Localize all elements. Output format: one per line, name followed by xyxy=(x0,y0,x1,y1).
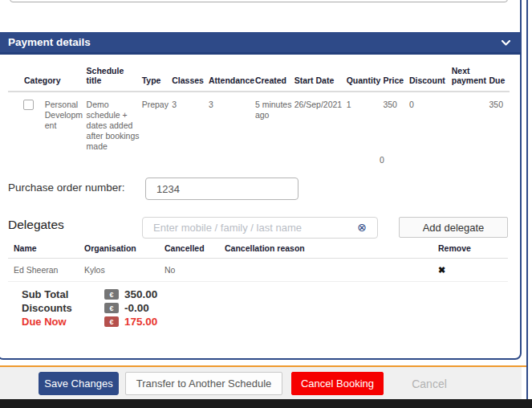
cell-delegate-cancellation-reason xyxy=(219,259,433,282)
cell-delegate-organisation: Kylos xyxy=(79,259,159,282)
transfer-schedule-button[interactable]: Transfer to Another Schedule xyxy=(125,372,282,395)
cell-type: Prepay xyxy=(142,92,173,152)
subtotal-label: Sub Total xyxy=(22,288,104,300)
cancel-booking-button[interactable]: Cancel Booking xyxy=(291,372,384,395)
booking-row-checkbox[interactable] xyxy=(23,100,34,110)
due-now-value: 175.00 xyxy=(124,316,157,328)
euro-badge-icon: € xyxy=(104,316,119,327)
purchase-order-label: Purchase order number: xyxy=(8,182,125,194)
col-price: Price xyxy=(383,66,409,92)
delegate-row: Ed Sheeran Kylos No ✖ xyxy=(8,259,508,282)
cell-start-date: 26/Sep/2021 xyxy=(294,92,347,152)
cell-category: Personal Development xyxy=(45,92,87,152)
bottom-black-bar xyxy=(0,399,532,408)
euro-badge-icon: € xyxy=(104,289,119,300)
euro-badge-icon: € xyxy=(104,303,119,313)
cell-classes: 3 xyxy=(172,92,209,152)
cell-next-payment xyxy=(452,92,489,152)
col-remove: Remove xyxy=(433,243,508,259)
cell-delegate-name: Ed Sheeran xyxy=(8,259,79,282)
col-schedule-title: Schedule title xyxy=(87,66,142,92)
chevron-down-icon[interactable] xyxy=(502,40,510,46)
payment-table: Category Schedule title Type Classes Att… xyxy=(8,66,510,152)
col-organisation: Organisation xyxy=(79,243,159,259)
col-created: Created xyxy=(255,66,294,92)
delegate-search-wrap: ⊗ xyxy=(142,217,378,239)
col-category: Category xyxy=(8,66,87,92)
discounts-row: Discounts € -0.00 xyxy=(22,301,157,315)
col-next-payment: Next payment xyxy=(452,66,489,92)
delegates-table: Name Organisation Cancelled Cancellation… xyxy=(8,243,508,282)
cell-price: 350 xyxy=(383,92,409,152)
cell-created: 5 minutes ago xyxy=(255,92,294,152)
modal-footer: Save Changes Transfer to Another Schedul… xyxy=(0,367,522,399)
col-attendance: Attendance xyxy=(209,66,255,92)
cell-schedule-title: Demo schedule + dates added after bookin… xyxy=(87,92,142,152)
delegate-search-input[interactable] xyxy=(142,217,378,239)
cell-delegate-cancelled: No xyxy=(159,259,219,282)
due-now-label: Due Now xyxy=(22,316,104,328)
remove-delegate-icon[interactable]: ✖ xyxy=(438,265,445,275)
cell-attendance: 3 xyxy=(209,92,255,152)
discounts-label: Discounts xyxy=(22,302,104,314)
purchase-order-input[interactable] xyxy=(145,177,298,200)
totals-block: Sub Total € 350.00 Discounts € -0.00 Due… xyxy=(22,288,157,328)
subtotal-value: 350.00 xyxy=(124,288,157,300)
discounts-value: -0.00 xyxy=(124,302,149,314)
col-classes: Classes xyxy=(172,66,209,92)
cell-due: 350 xyxy=(489,92,510,152)
col-quantity: Quantity xyxy=(347,66,384,92)
modal-right-border xyxy=(526,0,528,399)
price-total-value: 0 xyxy=(380,155,384,165)
due-now-row: Due Now € 175.00 xyxy=(22,315,157,328)
col-cancellation-reason: Cancellation reason xyxy=(219,243,433,259)
payment-details-header[interactable]: Payment details xyxy=(0,32,521,55)
col-name: Name xyxy=(8,243,79,259)
cell-quantity: 1 xyxy=(347,92,384,152)
save-changes-button[interactable]: Save Changes xyxy=(39,372,119,395)
add-delegate-button[interactable]: Add delegate xyxy=(399,217,508,238)
payment-table-row: Personal Development Demo schedule + dat… xyxy=(8,92,510,152)
delegates-label: Delegates xyxy=(8,218,64,232)
col-discount: Discount xyxy=(409,66,452,92)
col-type: Type xyxy=(142,66,173,92)
delegates-header-row: Name Organisation Cancelled Cancellation… xyxy=(8,243,508,259)
booking-payment-modal: Payment details Category Schedule title … xyxy=(0,0,532,408)
cell-discount: 0 xyxy=(409,92,452,152)
payment-table-header-row: Category Schedule title Type Classes Att… xyxy=(8,66,510,92)
col-due: Due xyxy=(489,66,510,92)
notes-textarea[interactable] xyxy=(10,0,508,2)
col-cancelled: Cancelled xyxy=(159,243,219,259)
clear-circle-icon[interactable]: ⊗ xyxy=(357,221,367,234)
section-title: Payment details xyxy=(8,36,91,48)
col-start-date: Start Date xyxy=(294,66,347,92)
subtotal-row: Sub Total € 350.00 xyxy=(22,288,157,301)
cancel-link[interactable]: Cancel xyxy=(401,377,457,390)
